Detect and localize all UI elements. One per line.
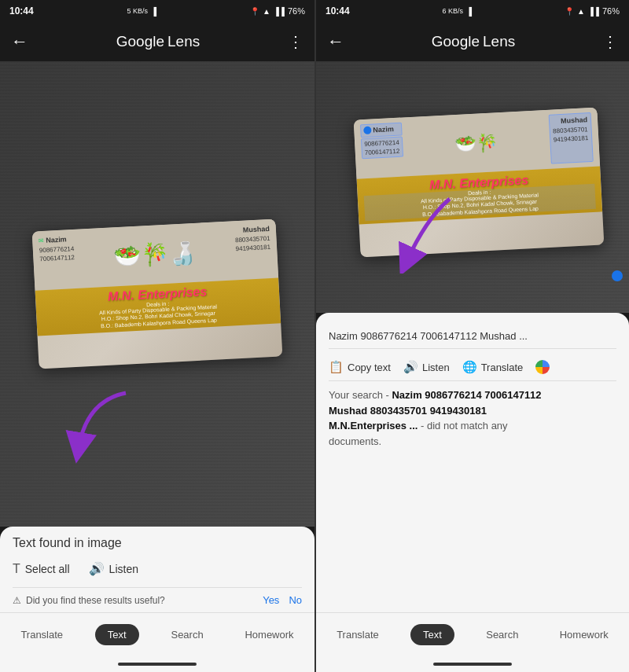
purple-arrow-left (63, 385, 142, 464)
camera-view-left: ✉ Nazim 9086776214 7006147112 🥗🎋🍶 Mushad… (0, 61, 314, 527)
status-bar-right: 10:44 6 KB/s ▐ 📍 ▲ ▐▐ 76% (316, 0, 629, 22)
nav-search-right[interactable]: Search (476, 626, 528, 644)
feedback-buttons: Yes No (263, 594, 302, 606)
result-actions: 📋 Copy text 🔊 Listen 🌐 Translate (329, 354, 616, 381)
left-panel: 10:44 5 KB/s ▐ 📍 ▲ ▐▐ 76% ← Google Lens … (0, 0, 314, 672)
nav-text-left[interactable]: Text (95, 624, 139, 645)
right-phone2-right: 9419430181 (554, 134, 589, 143)
result-bold2: Mushad 8803435701 9419430181 (329, 405, 487, 417)
listen-button-left[interactable]: 🔊 Listen (89, 558, 138, 579)
bottom-panel-right: Nazim 9086776214 7006147112 Mushad ... 📋… (316, 313, 629, 612)
blue-dot (612, 270, 623, 281)
back-button-left[interactable]: ← (11, 31, 28, 52)
right-phone1: 8803435701 (235, 234, 270, 243)
nav-homework-left[interactable]: Homework (235, 626, 303, 644)
translate-label-left: Translate (20, 629, 63, 641)
app-title-right: Google Lens (432, 33, 515, 50)
left-phone2-right: 7006147112 (365, 147, 400, 156)
menu-button-left[interactable]: ⋮ (288, 32, 303, 51)
search-label-right: Search (486, 629, 518, 641)
app-title-left: Google Lens (116, 33, 200, 50)
lens-word-right: Lens (483, 33, 515, 50)
purple-arrow-right (395, 195, 473, 274)
signal-icon-left: ▐ (151, 7, 156, 16)
text-label-right: Text (423, 629, 442, 641)
search-results: Your search - Nazim 9086776214 700614711… (329, 387, 616, 449)
home-bar-left (118, 663, 197, 666)
google-word-left: Google (116, 33, 164, 50)
card-center-decoration-right: 🥗🎋 (454, 117, 498, 169)
nav-translate-right[interactable]: Translate (327, 626, 388, 644)
card-left-contact-right: Nazim 9086776214 7006147112 (360, 122, 404, 174)
listen-icon-right: 🔊 (403, 360, 418, 374)
left-phone1-right: 9086776214 (364, 138, 399, 147)
lens-word-left: Lens (167, 33, 200, 50)
google-search-button[interactable] (535, 360, 550, 374)
right-phone1-right: 8803435701 (553, 125, 588, 134)
signal-icon-right: ▐ (466, 7, 472, 16)
action-row-left: T Select all 🔊 Listen (13, 558, 302, 579)
left-phone1: 9086776214 (39, 245, 75, 254)
listen-button-right[interactable]: 🔊 Listen (403, 360, 450, 374)
kb-speed-right: 6 KB/s (442, 7, 463, 15)
result-bold3: M.N.Enterprises ... (329, 420, 417, 431)
card-bg-right: Nazim 9086776214 7006147112 🥗🎋 Mushad 88… (354, 107, 605, 257)
copy-text-button[interactable]: 📋 Copy text (329, 360, 391, 374)
card-right-contact-right: Mushad 8803435701 9419430181 (548, 112, 594, 164)
select-all-icon: T (13, 562, 20, 576)
right-status-left: 📍 ▲ ▐▐ 76% (250, 6, 305, 16)
yes-button[interactable]: Yes (263, 594, 279, 606)
feedback-text-label: Did you find these results useful? (26, 595, 165, 606)
nav-text-right[interactable]: Text (410, 624, 454, 645)
translate-button-right[interactable]: 🌐 Translate (462, 360, 524, 374)
top-bar-left: ← Google Lens ⋮ (0, 22, 314, 61)
select-all-button[interactable]: T Select all (13, 559, 70, 579)
listen-label-left: Listen (109, 563, 138, 575)
translate-label-right-nav: Translate (337, 629, 379, 641)
battery-right: 76% (602, 6, 620, 16)
business-card-left: ✉ Nazim 9086776214 7006147112 🥗🎋🍶 Mushad… (32, 219, 283, 369)
menu-button-right[interactable]: ⋮ (602, 32, 618, 51)
top-bar-right: ← Google Lens ⋮ (316, 22, 629, 61)
select-all-label: Select all (25, 563, 70, 575)
translate-label-right: Translate (481, 362, 524, 373)
feedback-row: ⚠ Did you find these results useful? Yes… (13, 587, 302, 612)
card-center-decoration: 🥗🎋🍶 (112, 228, 197, 281)
back-button-right[interactable]: ← (327, 31, 344, 52)
bottom-nav-left: Translate Text Search Homework (0, 612, 314, 656)
homework-label-right: Homework (560, 629, 609, 641)
right-status-right: 📍 ▲ ▐▐ 76% (565, 6, 620, 16)
listen-icon-left: 🔊 (89, 561, 105, 576)
bottom-panel-left: Text found in image T Select all 🔊 Liste… (0, 527, 314, 612)
result-bold1: Nazim 9086776214 7006147112 (392, 389, 541, 401)
listen-label-right: Listen (422, 362, 450, 373)
camera-view-right: Nazim 9086776214 7006147112 🥗🎋 Mushad 88… (316, 61, 629, 313)
card-bg-left: ✉ Nazim 9086776214 7006147112 🥗🎋🍶 Mushad… (32, 219, 283, 369)
text-label-left: Text (108, 629, 127, 641)
left-name-right: Nazim (373, 124, 394, 135)
card-right-contact: Mushad 8803435701 9419430181 (234, 224, 272, 275)
right-panel: 10:44 6 KB/s ▐ 📍 ▲ ▐▐ 76% ← Google Lens … (314, 0, 629, 672)
translate-icon-right: 🌐 (462, 360, 477, 374)
copy-icon: 📋 (329, 360, 344, 374)
search-label-left: Search (171, 629, 203, 641)
location-icon-right: 📍 (565, 7, 574, 16)
google-word-right: Google (432, 33, 480, 50)
bottom-nav-right: Translate Text Search Homework (316, 612, 629, 656)
result-line1: Your search - (329, 389, 392, 401)
kb-speed-left: 5 KB/s (127, 7, 148, 15)
no-button[interactable]: No (289, 594, 302, 606)
nav-homework-right[interactable]: Homework (550, 626, 618, 644)
home-bar-right (433, 663, 512, 666)
nav-search-left[interactable]: Search (161, 626, 212, 644)
wifi-icon-left: ▲ (263, 7, 270, 16)
center-status-right: 6 KB/s ▐ (442, 7, 472, 16)
right-name-right: Mushad (561, 116, 587, 125)
nav-translate-left[interactable]: Translate (11, 626, 72, 644)
wifi-icon-right: ▲ (577, 7, 585, 16)
home-indicator-right (316, 656, 629, 672)
feedback-icon: ⚠ (13, 595, 21, 606)
signal-bars-right: ▐▐ (588, 7, 599, 16)
right-phone2: 9419430181 (235, 244, 270, 252)
center-status-left: 5 KB/s ▐ (127, 7, 156, 16)
